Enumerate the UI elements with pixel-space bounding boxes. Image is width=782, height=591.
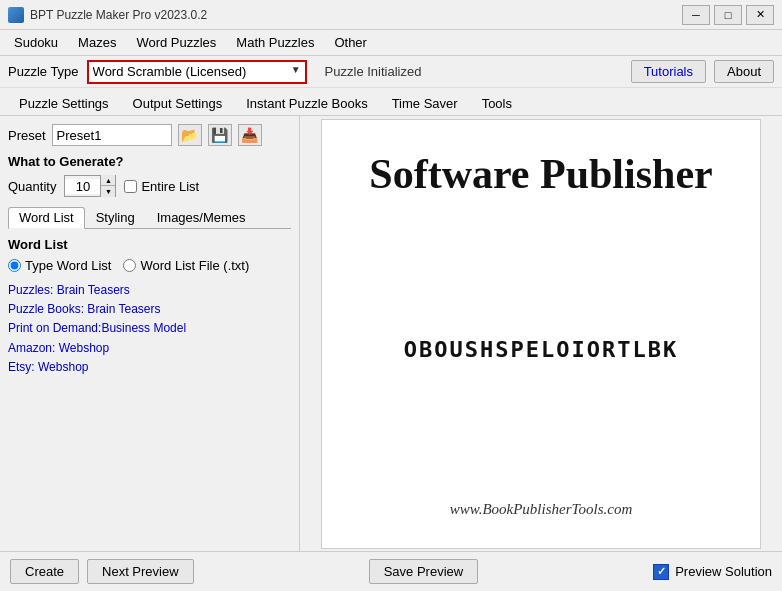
what-to-generate-label: What to Generate? bbox=[8, 154, 291, 169]
menu-bar: Sudoku Mazes Word Puzzles Math Puzzles O… bbox=[0, 30, 782, 56]
preview-solution-checkbox[interactable] bbox=[653, 564, 669, 580]
puzzle-type-select[interactable]: Word Scramble (Licensed) Word Search Cro… bbox=[87, 60, 307, 84]
title-bar: BPT Puzzle Maker Pro v2023.0.2 ─ □ ✕ bbox=[0, 0, 782, 30]
quantity-label: Quantity bbox=[8, 179, 56, 194]
window-controls: ─ □ ✕ bbox=[682, 5, 774, 25]
menu-math-puzzles[interactable]: Math Puzzles bbox=[226, 32, 324, 53]
main-content: Preset 📂 💾 📥 What to Generate? Quantity … bbox=[0, 116, 782, 551]
radio-type-word-list-label: Type Word List bbox=[25, 258, 111, 273]
right-panel: Software Publisher OBOUSHSPELOIORTLBK ww… bbox=[300, 116, 782, 551]
tutorials-button[interactable]: Tutorials bbox=[631, 60, 706, 83]
save-preview-button[interactable]: Save Preview bbox=[369, 559, 478, 584]
quantity-up-button[interactable]: ▲ bbox=[101, 175, 115, 186]
quantity-row: Quantity ▲ ▼ Entire List bbox=[8, 175, 291, 197]
quantity-down-button[interactable]: ▼ bbox=[101, 186, 115, 197]
open-folder-button[interactable]: 📂 bbox=[178, 124, 202, 146]
app-icon bbox=[8, 7, 24, 23]
inner-tabs: Word List Styling Images/Memes bbox=[8, 207, 291, 229]
word-list-entries: Puzzles: Brain Teasers Puzzle Books: Bra… bbox=[8, 281, 291, 377]
word-list-section: Word List Type Word List Word List File … bbox=[8, 237, 291, 377]
word-list-label: Word List bbox=[8, 237, 291, 252]
radio-word-list-file[interactable]: Word List File (.txt) bbox=[123, 258, 249, 273]
preview-solution-wrap: Preview Solution bbox=[653, 564, 772, 580]
inner-tab-images-memes[interactable]: Images/Memes bbox=[146, 207, 257, 228]
puzzle-scrambled: OBOUSHSPELOIORTLBK bbox=[404, 337, 678, 362]
tab-instant-puzzle-books[interactable]: Instant Puzzle Books bbox=[235, 92, 378, 114]
left-panel: Preset 📂 💾 📥 What to Generate? Quantity … bbox=[0, 116, 300, 551]
puzzle-type-label: Puzzle Type bbox=[8, 64, 79, 79]
preset-label: Preset bbox=[8, 128, 46, 143]
inner-tab-styling[interactable]: Styling bbox=[85, 207, 146, 228]
puzzle-type-wrapper: Word Scramble (Licensed) Word Search Cro… bbox=[87, 60, 307, 84]
puzzle-url: www.BookPublisherTools.com bbox=[450, 501, 633, 518]
minimize-button[interactable]: ─ bbox=[682, 5, 710, 25]
radio-type-word-list-input[interactable] bbox=[8, 259, 21, 272]
close-button[interactable]: ✕ bbox=[746, 5, 774, 25]
word-entry-2[interactable]: Puzzle Books: Brain Teasers bbox=[8, 300, 291, 319]
word-entry-4[interactable]: Amazon: Webshop bbox=[8, 339, 291, 358]
quantity-value[interactable] bbox=[65, 179, 100, 194]
word-entry-3[interactable]: Print on Demand:Business Model bbox=[8, 319, 291, 338]
bottom-bar: Create Next Preview Save Preview Preview… bbox=[0, 551, 782, 591]
word-entry-5[interactable]: Etsy: Webshop bbox=[8, 358, 291, 377]
puzzle-title: Software Publisher bbox=[369, 150, 712, 198]
preset-row: Preset 📂 💾 📥 bbox=[8, 124, 291, 146]
word-entry-1[interactable]: Puzzles: Brain Teasers bbox=[8, 281, 291, 300]
maximize-button[interactable]: □ bbox=[714, 5, 742, 25]
menu-other[interactable]: Other bbox=[324, 32, 377, 53]
puzzle-initialized-label: Puzzle Initialized bbox=[325, 64, 422, 79]
radio-type-word-list[interactable]: Type Word List bbox=[8, 258, 111, 273]
preset-input[interactable] bbox=[52, 124, 172, 146]
main-tabs: Puzzle Settings Output Settings Instant … bbox=[0, 88, 782, 116]
menu-word-puzzles[interactable]: Word Puzzles bbox=[126, 32, 226, 53]
create-button[interactable]: Create bbox=[10, 559, 79, 584]
qty-arrows: ▲ ▼ bbox=[100, 175, 115, 197]
menu-mazes[interactable]: Mazes bbox=[68, 32, 126, 53]
radio-word-list-file-label: Word List File (.txt) bbox=[140, 258, 249, 273]
next-preview-button[interactable]: Next Preview bbox=[87, 559, 194, 584]
entire-list-checkbox[interactable] bbox=[124, 180, 137, 193]
tab-puzzle-settings[interactable]: Puzzle Settings bbox=[8, 92, 120, 114]
quantity-spinner[interactable]: ▲ ▼ bbox=[64, 175, 116, 197]
radio-row: Type Word List Word List File (.txt) bbox=[8, 258, 291, 273]
toolbar: Puzzle Type Word Scramble (Licensed) Wor… bbox=[0, 56, 782, 88]
save-preset-button[interactable]: 💾 bbox=[208, 124, 232, 146]
entire-list-label: Entire List bbox=[141, 179, 199, 194]
preview-solution-label: Preview Solution bbox=[675, 564, 772, 579]
inner-tab-word-list[interactable]: Word List bbox=[8, 207, 85, 229]
tab-time-saver[interactable]: Time Saver bbox=[381, 92, 469, 114]
app-title: BPT Puzzle Maker Pro v2023.0.2 bbox=[30, 8, 682, 22]
menu-sudoku[interactable]: Sudoku bbox=[4, 32, 68, 53]
puzzle-canvas: Software Publisher OBOUSHSPELOIORTLBK ww… bbox=[321, 119, 761, 549]
entire-list-row: Entire List bbox=[124, 179, 199, 194]
save-as-preset-button[interactable]: 📥 bbox=[238, 124, 262, 146]
tab-tools[interactable]: Tools bbox=[471, 92, 523, 114]
about-button[interactable]: About bbox=[714, 60, 774, 83]
tab-output-settings[interactable]: Output Settings bbox=[122, 92, 234, 114]
radio-word-list-file-input[interactable] bbox=[123, 259, 136, 272]
